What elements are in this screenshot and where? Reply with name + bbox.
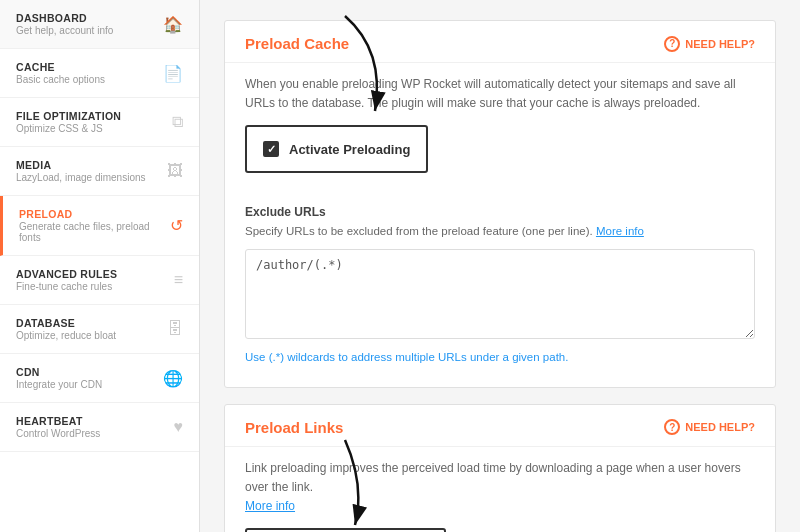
activate-preloading-checkbox[interactable] (263, 141, 279, 157)
enable-link-preloading-box[interactable]: Enable link preloading (245, 528, 446, 532)
sidebar-subtitle-media: LazyLoad, image dimensions (16, 172, 159, 183)
exclude-urls-textarea[interactable]: /author/(.*) (245, 249, 755, 339)
main-content: Preload Cache ? NEED HELP? When you enab… (200, 0, 800, 532)
sidebar-title-database: DATABASE (16, 317, 159, 329)
preload-links-section: Preload Links ? NEED HELP? Link preloadi… (224, 404, 776, 532)
need-help-label-1: NEED HELP? (685, 38, 755, 50)
wildcard-hint: Use (.*) wildcards to address multiple U… (245, 351, 755, 363)
activate-preloading-label: Activate Preloading (289, 142, 410, 157)
preload-cache-section: Preload Cache ? NEED HELP? When you enab… (224, 20, 776, 388)
preload-links-more-info[interactable]: More info (245, 499, 295, 513)
preload-links-need-help[interactable]: ? NEED HELP? (664, 419, 755, 435)
sidebar-item-cache[interactable]: CACHE Basic cache options 📄 (0, 49, 199, 98)
sidebar-item-dashboard[interactable]: DASHBOARD Get help, account info 🏠 (0, 0, 199, 49)
sidebar-subtitle-cache: Basic cache options (16, 74, 155, 85)
sidebar-item-advanced-rules[interactable]: ADVANCED RULES Fine-tune cache rules ≡ (0, 256, 199, 305)
sidebar-item-media[interactable]: MEDIA LazyLoad, image dimensions 🖼 (0, 147, 199, 196)
sidebar-icon-advanced-rules: ≡ (174, 271, 183, 289)
sidebar-subtitle-database: Optimize, reduce bloat (16, 330, 159, 341)
sidebar-icon-cdn: 🌐 (163, 369, 183, 388)
need-help-icon-2: ? (664, 419, 680, 435)
preload-links-body: Enable link preloading (225, 528, 775, 532)
sidebar-subtitle-advanced-rules: Fine-tune cache rules (16, 281, 166, 292)
preload-links-description: Link preloading improves the perceived l… (225, 447, 775, 529)
exclude-urls-section: Exclude URLs Specify URLs to be excluded… (245, 205, 755, 362)
sidebar-title-dashboard: DASHBOARD (16, 12, 155, 24)
activate-preloading-box[interactable]: Activate Preloading (245, 125, 428, 173)
sidebar-title-file-optimization: FILE OPTIMIZATION (16, 110, 164, 122)
sidebar-subtitle-file-optimization: Optimize CSS & JS (16, 123, 164, 134)
sidebar-icon-cache: 📄 (163, 64, 183, 83)
sidebar-title-preload: PRELOAD (19, 208, 162, 220)
sidebar-item-cdn[interactable]: CDN Integrate your CDN 🌐 (0, 354, 199, 403)
preload-links-header: Preload Links ? NEED HELP? (225, 405, 775, 447)
sidebar-icon-media: 🖼 (167, 162, 183, 180)
sidebar-icon-file-optimization: ⧉ (172, 113, 183, 131)
sidebar-title-cache: CACHE (16, 61, 155, 73)
sidebar-icon-heartbeat: ♥ (174, 418, 184, 436)
exclude-urls-more-info[interactable]: More info (596, 225, 644, 237)
sidebar-title-heartbeat: HEARTBEAT (16, 415, 166, 427)
sidebar-subtitle-heartbeat: Control WordPress (16, 428, 166, 439)
sidebar-title-advanced-rules: ADVANCED RULES (16, 268, 166, 280)
sidebar-item-file-optimization[interactable]: FILE OPTIMIZATION Optimize CSS & JS ⧉ (0, 98, 199, 147)
sidebar-subtitle-preload: Generate cache files, preload fonts (19, 221, 162, 243)
sidebar-subtitle-cdn: Integrate your CDN (16, 379, 155, 390)
sidebar-item-preload[interactable]: PRELOAD Generate cache files, preload fo… (0, 196, 199, 256)
need-help-icon-1: ? (664, 36, 680, 52)
preload-cache-description: When you enable preloading WP Rocket wil… (225, 63, 775, 125)
sidebar: DASHBOARD Get help, account info 🏠 CACHE… (0, 0, 200, 532)
sidebar-icon-preload: ↺ (170, 216, 183, 235)
exclude-urls-description: Specify URLs to be excluded from the pre… (245, 223, 755, 240)
sidebar-title-cdn: CDN (16, 366, 155, 378)
sidebar-item-heartbeat[interactable]: HEARTBEAT Control WordPress ♥ (0, 403, 199, 452)
preload-cache-title: Preload Cache (245, 35, 349, 52)
preload-cache-body: Activate Preloading Exclude URLs Specify… (225, 125, 775, 386)
sidebar-subtitle-dashboard: Get help, account info (16, 25, 155, 36)
exclude-urls-label: Exclude URLs (245, 205, 755, 219)
preload-cache-need-help[interactable]: ? NEED HELP? (664, 36, 755, 52)
preload-cache-header: Preload Cache ? NEED HELP? (225, 21, 775, 63)
preload-links-title: Preload Links (245, 419, 343, 436)
need-help-label-2: NEED HELP? (685, 421, 755, 433)
sidebar-title-media: MEDIA (16, 159, 159, 171)
sidebar-icon-database: 🗄 (167, 320, 183, 338)
sidebar-item-database[interactable]: DATABASE Optimize, reduce bloat 🗄 (0, 305, 199, 354)
sidebar-icon-dashboard: 🏠 (163, 15, 183, 34)
